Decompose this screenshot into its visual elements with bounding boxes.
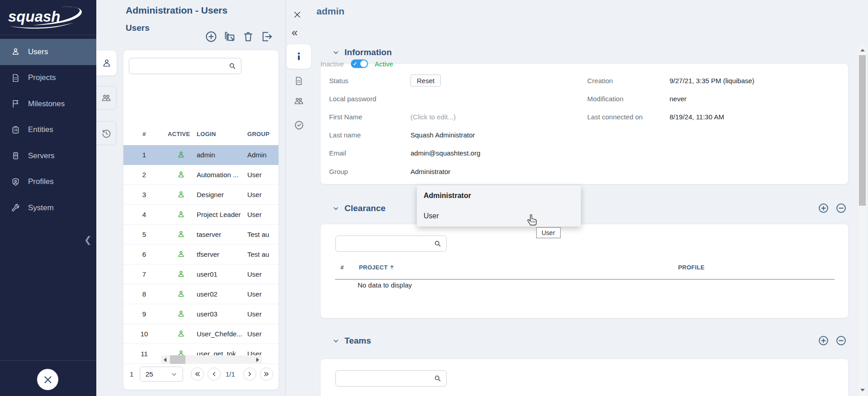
table-row[interactable]: 10User_Chefde...User bbox=[123, 324, 279, 344]
table-row[interactable]: 9user03User bbox=[123, 304, 279, 324]
prev-page-button[interactable] bbox=[208, 368, 221, 381]
sidebar-item-users[interactable]: Users bbox=[0, 39, 96, 65]
user-active-icon bbox=[165, 151, 197, 159]
tooltip: User bbox=[536, 227, 561, 238]
table-row[interactable]: 5taserverTest au bbox=[123, 225, 279, 245]
column-header-num[interactable]: # bbox=[123, 131, 165, 142]
sidebar: squash Users Projects Milestones bbox=[0, 0, 96, 396]
vertical-scrollbar[interactable] bbox=[859, 45, 866, 396]
column-header-active[interactable]: ACTIVE bbox=[165, 131, 197, 142]
scroll-up-icon[interactable] bbox=[860, 49, 865, 52]
rail-tab-history[interactable] bbox=[96, 121, 117, 145]
horizontal-scrollbar-thumb[interactable] bbox=[170, 355, 185, 364]
export-button[interactable] bbox=[260, 30, 273, 43]
search-icon[interactable] bbox=[434, 374, 442, 382]
row-login: admin bbox=[197, 151, 247, 159]
delete-user-button[interactable] bbox=[242, 30, 255, 43]
last-page-button[interactable] bbox=[260, 368, 273, 381]
sidebar-item-projects[interactable]: Projects bbox=[0, 65, 96, 91]
sidebar-item-system[interactable]: System bbox=[0, 195, 96, 221]
information-section-header: Information bbox=[333, 47, 392, 58]
table-row[interactable]: 8user02User bbox=[123, 284, 279, 304]
search-icon[interactable] bbox=[228, 62, 236, 70]
search-icon[interactable] bbox=[434, 240, 442, 248]
dropdown-option-user[interactable]: User bbox=[417, 206, 581, 226]
clearance-search-input[interactable] bbox=[336, 236, 446, 251]
clipboard-icon bbox=[11, 125, 20, 135]
chevron-down-icon[interactable] bbox=[333, 49, 339, 56]
vertical-scrollbar-thumb[interactable] bbox=[859, 55, 866, 206]
info-icon bbox=[294, 52, 304, 61]
column-header-num[interactable]: # bbox=[340, 264, 344, 271]
detail-tab-information[interactable] bbox=[287, 44, 311, 69]
users-toolbar bbox=[205, 30, 273, 43]
remove-team-button[interactable] bbox=[835, 335, 847, 346]
chevron-down-icon[interactable] bbox=[333, 205, 339, 212]
add-team-button[interactable] bbox=[818, 335, 829, 346]
add-user-button[interactable] bbox=[205, 30, 217, 43]
check-icon: ✓ bbox=[353, 61, 357, 67]
rail-tab-teams[interactable] bbox=[96, 86, 117, 110]
teams-search-input[interactable] bbox=[336, 371, 446, 386]
page-size-select[interactable]: 25 bbox=[140, 367, 183, 382]
column-header-profile[interactable]: PROFILE bbox=[678, 264, 704, 271]
email-value[interactable]: admin@squashtest.org bbox=[410, 149, 480, 157]
badge-check-icon bbox=[294, 120, 304, 130]
last-connected-value: 8/19/24, 11:30 AM bbox=[670, 113, 724, 121]
user-detail-panel: « admin Information Status Inactiv bbox=[286, 0, 868, 396]
table-row[interactable]: 3DesignerUser bbox=[123, 185, 279, 205]
status-field: Inactive ✓ Active bbox=[321, 60, 848, 68]
scroll-down-icon[interactable] bbox=[860, 389, 865, 391]
close-detail-button[interactable] bbox=[293, 10, 302, 21]
status-toggle[interactable]: ✓ bbox=[351, 60, 368, 68]
collapse-panel-icon[interactable]: « bbox=[292, 26, 297, 39]
remove-clearance-button[interactable] bbox=[835, 203, 847, 214]
table-row[interactable]: 7user01User bbox=[123, 264, 279, 284]
scroll-right-icon[interactable] bbox=[256, 358, 259, 362]
user-icon bbox=[101, 58, 112, 69]
table-divider bbox=[335, 279, 835, 280]
field-label: Last connected on bbox=[587, 113, 643, 121]
exit-administration-button[interactable] bbox=[37, 369, 58, 390]
first-name-value[interactable]: (Click to edit...) bbox=[410, 113, 456, 121]
detail-tab-permissions[interactable] bbox=[287, 113, 311, 137]
group-value[interactable]: Administrator bbox=[410, 168, 450, 175]
column-header-login[interactable]: LOGIN bbox=[197, 131, 247, 142]
column-header-project[interactable]: PROJECT bbox=[359, 264, 395, 271]
sidebar-item-profiles[interactable]: Profiles bbox=[0, 169, 96, 195]
table-row[interactable]: 2Automation ...User bbox=[123, 165, 279, 185]
section-title: Teams bbox=[344, 336, 371, 346]
table-row[interactable]: 6tfserverTest au bbox=[123, 245, 279, 264]
dropdown-option-administrator[interactable]: Administrator bbox=[417, 185, 581, 206]
next-page-button[interactable] bbox=[243, 368, 256, 381]
column-header-group[interactable]: GROUP bbox=[247, 131, 279, 142]
table-row[interactable]: 1adminAdmin bbox=[123, 145, 279, 165]
page-title: Administration - Users bbox=[126, 5, 227, 16]
first-page-button[interactable] bbox=[191, 368, 204, 381]
row-num: 1 bbox=[123, 151, 165, 159]
section-title: Clearance bbox=[344, 203, 386, 213]
table-row[interactable]: 4Project LeaderUser bbox=[123, 205, 279, 225]
horizontal-scrollbar[interactable] bbox=[161, 355, 262, 364]
row-num: 10 bbox=[123, 330, 165, 338]
detail-tab-teams[interactable] bbox=[287, 89, 311, 113]
chevron-down-icon[interactable] bbox=[333, 338, 339, 344]
mass-edit-button[interactable] bbox=[223, 30, 236, 43]
sidebar-item-label: Profiles bbox=[28, 177, 54, 186]
reset-password-button[interactable]: Reset bbox=[410, 75, 441, 87]
sidebar-item-entities[interactable]: Entities bbox=[0, 117, 96, 143]
sidebar-item-label: System bbox=[28, 203, 54, 212]
sidebar-item-milestones[interactable]: Milestones bbox=[0, 91, 96, 117]
row-login: taserver bbox=[197, 231, 247, 238]
sidebar-item-servers[interactable]: Servers bbox=[0, 143, 96, 169]
rail-tab-users[interactable] bbox=[96, 51, 117, 75]
users-search-input[interactable] bbox=[129, 58, 241, 74]
sidebar-collapse-icon[interactable]: ❮ bbox=[84, 234, 92, 245]
add-clearance-button[interactable] bbox=[818, 203, 829, 214]
scroll-left-icon[interactable] bbox=[164, 358, 166, 362]
page-size-value: 25 bbox=[146, 370, 153, 378]
sort-asc-icon bbox=[389, 264, 395, 270]
last-name-value[interactable]: Squash Administrator bbox=[410, 131, 475, 139]
row-num: 4 bbox=[123, 211, 165, 218]
detail-title: admin bbox=[316, 6, 344, 17]
